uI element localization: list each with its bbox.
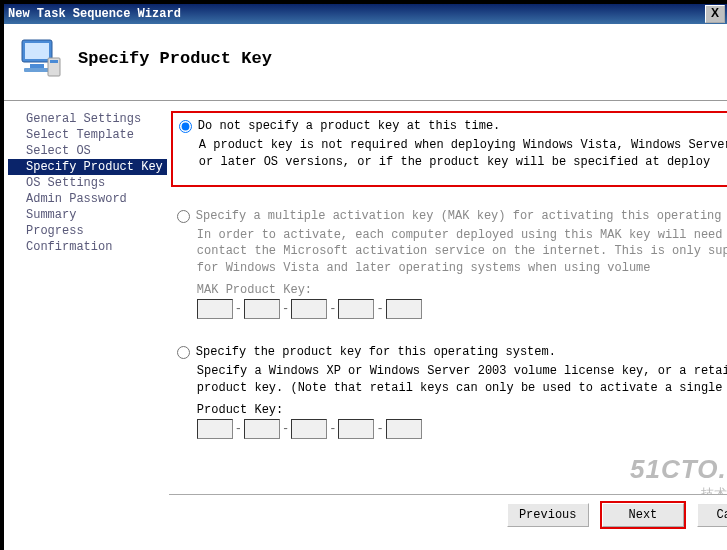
step-confirmation[interactable]: Confirmation	[8, 239, 167, 255]
wizard-header: Specify Product Key	[4, 24, 727, 101]
title-bar: New Task Sequence Wizard X	[4, 4, 727, 24]
step-general-settings[interactable]: General Settings	[8, 111, 167, 127]
option-mak-key-desc: In order to activate, each computer depl…	[197, 227, 727, 277]
option-product-key-title: Specify the product key for this operati…	[196, 345, 556, 359]
svg-rect-3	[24, 68, 50, 72]
step-select-template[interactable]: Select Template	[8, 127, 167, 143]
step-admin-password[interactable]: Admin Password	[8, 191, 167, 207]
step-summary[interactable]: Summary	[8, 207, 167, 223]
wizard-steps-sidebar: General Settings Select Template Select …	[4, 101, 167, 531]
option-no-key-desc: A product key is not required when deplo…	[199, 137, 727, 171]
mak-key-input[interactable]: - - - -	[197, 299, 727, 319]
radio-mak-key[interactable]	[177, 210, 190, 223]
svg-rect-5	[50, 60, 58, 63]
close-icon[interactable]: X	[705, 5, 725, 23]
radio-product-key[interactable]	[177, 346, 190, 359]
radio-no-key[interactable]	[179, 120, 192, 133]
step-progress[interactable]: Progress	[8, 223, 167, 239]
svg-rect-1	[25, 43, 49, 59]
option-mak-key: Specify a multiple activation key (MAK k…	[171, 205, 727, 323]
mak-key-label: MAK Product Key:	[197, 283, 727, 297]
wizard-content: Do not specify a product key at this tim…	[167, 101, 727, 531]
wizard-footer: Previous Next Cancel	[169, 494, 727, 529]
next-button[interactable]: Next	[602, 503, 684, 527]
step-select-os[interactable]: Select OS	[8, 143, 167, 159]
window-title: New Task Sequence Wizard	[8, 4, 181, 24]
option-no-key: Do not specify a product key at this tim…	[171, 111, 727, 187]
computer-icon	[16, 34, 64, 82]
previous-button[interactable]: Previous	[507, 503, 589, 527]
cancel-button[interactable]: Cancel	[697, 503, 727, 527]
product-key-label: Product Key:	[197, 403, 727, 417]
option-no-key-title: Do not specify a product key at this tim…	[198, 119, 500, 133]
option-product-key: Specify the product key for this operati…	[171, 341, 727, 443]
option-mak-key-title: Specify a multiple activation key (MAK k…	[196, 209, 727, 223]
page-title: Specify Product Key	[78, 49, 272, 68]
svg-rect-2	[30, 64, 44, 68]
watermark-big: 51CTO.com	[630, 454, 727, 485]
product-key-input[interactable]: - - - -	[197, 419, 727, 439]
step-os-settings[interactable]: OS Settings	[8, 175, 167, 191]
step-specify-product-key[interactable]: Specify Product Key	[8, 159, 167, 175]
option-product-key-desc: Specify a Windows XP or Windows Server 2…	[197, 363, 727, 397]
